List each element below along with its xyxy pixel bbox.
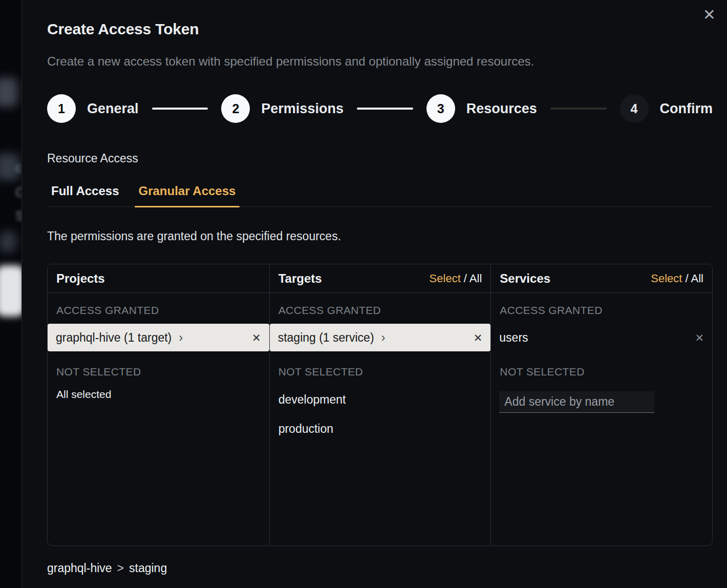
step-label: Confirm — [660, 101, 713, 117]
targets-column-header: Targets Select / All — [270, 264, 491, 293]
chevron-right-icon: › — [381, 331, 386, 344]
modal-subtitle: Create a new access token with specified… — [47, 54, 713, 69]
services-column: Services Select / All ACCESS GRANTED use… — [490, 264, 712, 545]
all-link[interactable]: / All — [682, 272, 703, 285]
not-selected-label: NOT SELECTED — [48, 351, 269, 385]
select-link[interactable]: Select — [430, 272, 461, 285]
target-option-development[interactable]: development — [270, 385, 491, 414]
access-granted-label: ACCESS GRANTED — [48, 293, 269, 324]
step-number-badge: 1 — [47, 94, 76, 123]
resource-access-heading: Resource Access — [47, 152, 713, 165]
remove-service-icon[interactable]: ✕ — [695, 332, 704, 343]
tab-granular-access[interactable]: Granular Access — [135, 180, 240, 206]
step-connector — [550, 108, 607, 110]
granted-service-label: users — [499, 331, 528, 345]
granular-access-description: The permissions are granted on the speci… — [47, 229, 713, 243]
granted-project-row[interactable]: graphql-hive (1 target) › ✕ — [48, 324, 269, 351]
targets-select-all-link[interactable]: Select / All — [430, 272, 482, 285]
services-column-header: Services Select / All — [491, 264, 712, 293]
step-label: General — [87, 101, 139, 117]
step-connector — [152, 108, 208, 110]
granted-target-label: staging (1 service) — [278, 331, 374, 345]
modal-title: Create Access Token — [47, 20, 713, 38]
step-confirm[interactable]: 4 Confirm — [620, 94, 713, 123]
access-mode-tabs: Full Access Granular Access — [47, 180, 713, 207]
targets-column: Targets Select / All ACCESS GRANTED stag… — [269, 264, 491, 545]
step-label: Permissions — [261, 101, 344, 117]
remove-target-icon[interactable]: ✕ — [474, 332, 483, 343]
step-number-badge: 3 — [426, 94, 455, 123]
step-permissions[interactable]: 2 Permissions — [221, 94, 344, 123]
projects-selection-status: All selected — [48, 385, 269, 404]
wizard-stepper: 1 General 2 Permissions 3 Resources 4 Co… — [47, 94, 713, 123]
add-service-input[interactable] — [499, 391, 654, 413]
step-number-badge: 4 — [620, 94, 649, 123]
step-connector — [357, 108, 413, 110]
breadcrumb: graphql-hive > staging — [47, 561, 713, 575]
step-resources[interactable]: 3 Resources — [426, 94, 537, 123]
step-number-badge: 2 — [221, 94, 250, 123]
all-link[interactable]: / All — [461, 272, 482, 285]
not-selected-label: NOT SELECTED — [491, 351, 712, 385]
granted-service-row[interactable]: users ✕ — [491, 324, 712, 351]
target-option-production[interactable]: production — [270, 414, 491, 444]
projects-column-header: Projects — [48, 264, 269, 293]
step-general[interactable]: 1 General — [47, 94, 139, 123]
projects-column: Projects ACCESS GRANTED graphql-hive (1 … — [48, 264, 269, 545]
create-access-token-modal: ✕ Create Access Token Create a new acces… — [22, 0, 727, 588]
backdrop-strip: c C S — [0, 0, 22, 588]
tab-full-access[interactable]: Full Access — [47, 180, 123, 206]
backdrop-blob — [0, 265, 25, 317]
remove-project-icon[interactable]: ✕ — [252, 332, 261, 343]
backdrop-blob — [0, 78, 17, 107]
access-granted-label: ACCESS GRANTED — [491, 293, 712, 324]
granted-target-row[interactable]: staging (1 service) › ✕ — [270, 324, 491, 351]
column-title: Projects — [56, 271, 105, 286]
breadcrumb-separator: > — [117, 561, 124, 575]
column-title: Services — [500, 271, 550, 286]
select-link[interactable]: Select — [651, 272, 682, 285]
resource-selection-table: Projects ACCESS GRANTED graphql-hive (1 … — [47, 264, 713, 546]
services-select-all-link[interactable]: Select / All — [651, 272, 703, 285]
step-label: Resources — [466, 101, 537, 117]
breadcrumb-project: graphql-hive — [47, 561, 112, 575]
chevron-right-icon: › — [179, 331, 183, 344]
breadcrumb-target: staging — [129, 561, 167, 575]
granted-project-label: graphql-hive (1 target) — [56, 331, 172, 345]
access-granted-label: ACCESS GRANTED — [270, 293, 491, 324]
backdrop-blob — [0, 232, 16, 252]
column-title: Targets — [279, 271, 322, 286]
not-selected-label: NOT SELECTED — [270, 351, 491, 385]
close-icon[interactable]: ✕ — [703, 7, 716, 23]
